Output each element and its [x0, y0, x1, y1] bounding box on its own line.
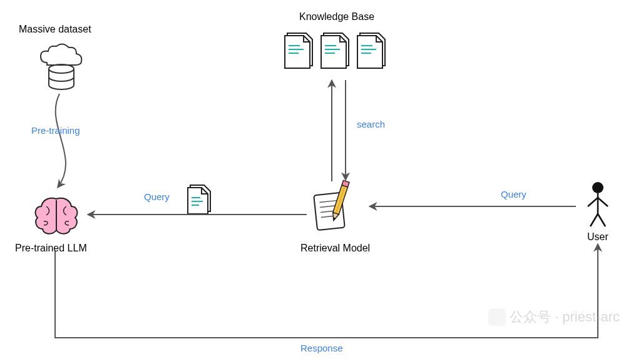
svg-line-25	[598, 214, 605, 226]
svg-line-12	[320, 206, 337, 208]
svg-line-11	[319, 201, 337, 203]
edge-label-query-rm-llm: Query	[144, 191, 170, 202]
svg-rect-16	[342, 180, 349, 187]
edge-pretraining	[56, 94, 66, 188]
retrieval-model-title: Retrieval Model	[300, 243, 370, 254]
svg-line-13	[321, 211, 336, 213]
svg-marker-17	[331, 213, 339, 222]
svg-marker-18	[332, 217, 336, 221]
wechat-icon	[488, 308, 506, 326]
edge-response	[55, 244, 598, 338]
person-icon	[588, 182, 608, 226]
documents-stack-icon	[285, 33, 385, 68]
watermark-prefix: 公众号	[510, 308, 551, 326]
svg-line-23	[598, 198, 608, 206]
watermark-name: priest-arc	[562, 309, 620, 325]
watermark-sep: ·	[555, 309, 558, 325]
svg-point-0	[49, 64, 74, 73]
diagram-canvas	[0, 0, 626, 364]
brain-icon	[36, 198, 78, 234]
document-icon	[188, 185, 210, 214]
edge-label-query-user-rm: Query	[501, 189, 526, 200]
svg-line-14	[321, 216, 337, 218]
edge-label-search: search	[357, 119, 385, 129]
cloud-database-icon	[41, 44, 81, 89]
svg-rect-15	[333, 185, 348, 215]
massive-dataset-title: Massive dataset	[19, 24, 91, 35]
user-title: User	[587, 231, 608, 243]
knowledge-base-title: Knowledge Base	[299, 11, 374, 23]
notepad-pencil-icon	[314, 180, 349, 230]
watermark: 公众号 · priest-arc	[488, 308, 620, 326]
edge-label-pretraining: Pre-training	[31, 125, 80, 136]
svg-line-22	[588, 198, 598, 206]
edge-label-response: Response	[300, 343, 343, 353]
svg-line-19	[336, 186, 345, 214]
pretrained-llm-title: Pre-trained LLM	[15, 243, 87, 254]
svg-rect-10	[314, 193, 345, 230]
svg-point-20	[592, 182, 603, 193]
svg-line-24	[590, 214, 598, 226]
